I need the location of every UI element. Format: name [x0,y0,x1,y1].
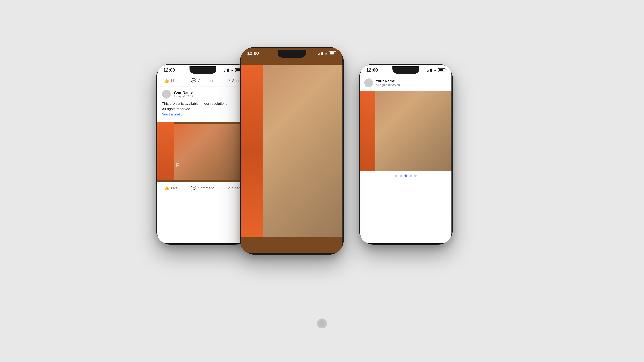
phone-center-time: 12:00 [247,51,259,56]
phone-center-notch [278,50,306,58]
fb-post-area: Your Name Today at 02:32 This project is… [157,86,248,122]
share-icon-top: ↗ [227,78,230,83]
right-user-name: Your Name [376,79,400,83]
fb-avatar [162,90,171,98]
fb-post-line2: All rights reserved [162,107,190,111]
center-tan-area [263,65,342,237]
right-wifi-icon: ▲ [433,68,437,72]
image-watermark: F [176,162,180,169]
dot-3-active [404,174,407,177]
image-bottom-bar [157,180,248,182]
comment-icon-top: 💬 [191,78,196,83]
center-image-fill [241,48,342,253]
home-indicator-area [317,319,327,329]
dot-5 [414,175,416,177]
right-user-info: Your Name All rights reserved [376,79,400,87]
fb-see-translation[interactable]: See translation [162,112,244,116]
right-user-row: Your Name All rights reserved [360,75,452,91]
center-full-content: 12:00 ▲ [241,48,342,253]
phone-right-notch [392,66,419,74]
home-button-inner [319,320,325,327]
like-label-bottom: Like [171,186,178,190]
like-button-top[interactable]: 👍 Like [164,78,178,83]
fb-user-info: Your Name Today at 02:32 [174,90,193,98]
dot-4 [410,175,412,177]
share-icon-bottom: ↗ [227,186,230,191]
phone-mockup-scene: 12:00 ▲ 👍 L [138,47,506,315]
fb-post-image: F [157,122,248,182]
fb-top-action-bar: 👍 Like 💬 Comment ↗ Share [157,75,248,86]
comment-button-top[interactable]: 💬 Comment [191,78,214,83]
fb-post-line1: This project is available in four resolu… [162,102,228,105]
fb-post-text: This project is available in four resolu… [162,101,244,111]
wifi-icon: ▲ [230,68,234,72]
comment-icon-bottom: 💬 [191,186,196,191]
image-content: F [157,122,248,182]
signal-icon [224,68,229,71]
fb-timestamp: Today at 02:32 [174,95,193,98]
right-subtitle: All rights reserved [376,83,400,87]
phone-center: 12:00 ▲ [240,47,344,255]
fb-user-row: Your Name Today at 02:32 [162,90,244,98]
right-battery-icon [438,68,446,72]
phone-center-status-icons: ▲ [318,51,336,55]
phone-left-screen: 12:00 ▲ 👍 L [157,65,248,243]
phone-right-time: 12:00 [366,67,378,73]
pagination-dots [360,171,452,180]
fb-user-name: Your Name [174,90,193,95]
center-orange-vertical [241,65,263,237]
right-post-image [360,91,452,171]
comment-button-bottom[interactable]: 💬 Comment [191,186,214,191]
right-tan-area [375,91,452,171]
comment-label-top: Comment [198,79,214,83]
center-battery-icon [329,51,336,55]
fb-bottom-action-bar: 👍 Like 💬 Comment ↗ Share [157,182,248,194]
phone-left: 12:00 ▲ 👍 L [156,64,250,245]
right-avatar [364,78,373,87]
dot-2 [400,175,402,177]
phone-right: 12:00 ▲ Your [359,64,453,245]
phone-right-status-icons: ▲ [427,68,446,72]
right-orange-bar [360,91,375,171]
center-bottom-brown-bar [241,237,342,253]
home-button[interactable] [317,319,327,329]
phone-center-screen: 12:00 ▲ [241,48,342,253]
phone-right-screen: 12:00 ▲ Your [360,65,452,243]
center-signal-icon [318,52,323,55]
orange-bar-left [157,122,174,182]
comment-label-bottom: Comment [198,186,214,190]
right-signal-icon [427,68,432,71]
like-icon-top: 👍 [164,78,169,83]
like-label-top: Like [171,79,178,83]
like-icon-bottom: 👍 [164,186,169,191]
dot-1 [395,175,398,177]
phone-left-notch [190,66,216,74]
like-button-bottom[interactable]: 👍 Like [164,186,178,191]
center-wifi-icon: ▲ [324,51,328,55]
phone-left-time: 12:00 [163,67,175,73]
